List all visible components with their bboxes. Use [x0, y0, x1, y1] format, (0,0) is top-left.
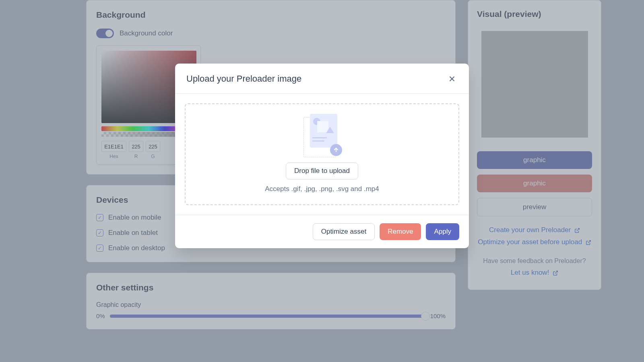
modal-title: Upload your Preloader image [186, 74, 301, 84]
close-modal-button[interactable] [446, 73, 458, 84]
close-icon [448, 74, 456, 83]
file-dropzone[interactable]: Drop file to upload Accepts .gif, .jpg, … [185, 103, 459, 205]
accepted-formats: Accepts .gif, .jpg, .png, .svg and .mp4 [186, 185, 458, 193]
apply-button[interactable]: Apply [426, 223, 459, 240]
drop-file-button[interactable]: Drop file to upload [286, 162, 358, 179]
upload-illustration [302, 114, 342, 156]
upload-modal: Upload your Preloader image [175, 64, 469, 248]
remove-button[interactable]: Remove [380, 223, 421, 240]
modal-overlay[interactable]: Upload your Preloader image [0, 0, 644, 362]
optimize-asset-button[interactable]: Optimize asset [313, 223, 375, 240]
upload-arrow-icon [333, 147, 339, 153]
